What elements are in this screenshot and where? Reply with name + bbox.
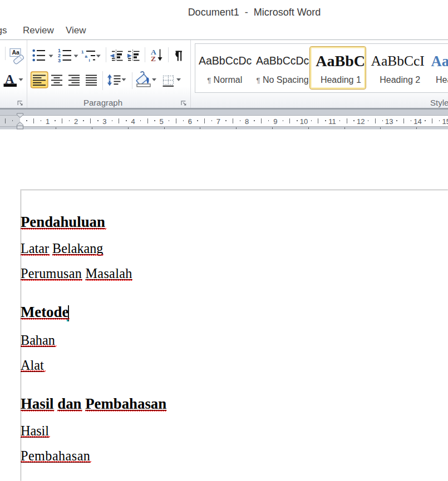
svg-text:i: i	[89, 58, 90, 63]
svg-text:1: 1	[81, 49, 84, 54]
svg-text:Aa: Aa	[12, 49, 20, 56]
svg-text:3: 3	[58, 58, 61, 63]
svg-text:a: a	[85, 54, 88, 59]
svg-text:Z: Z	[151, 54, 156, 63]
